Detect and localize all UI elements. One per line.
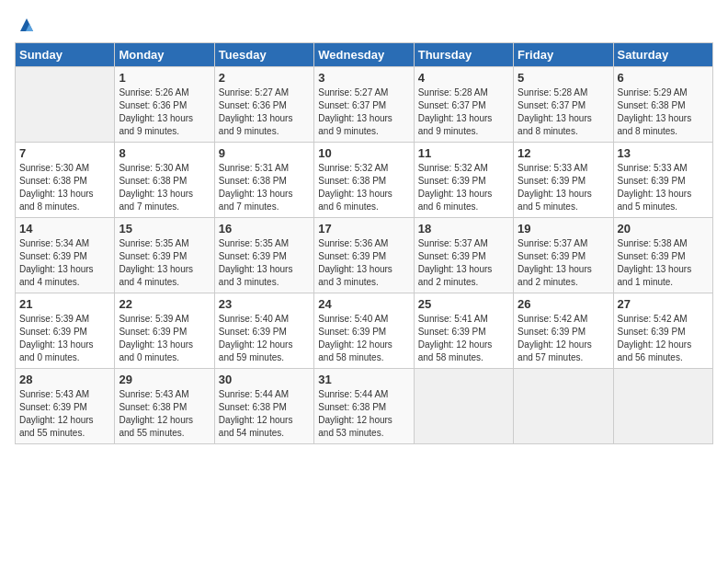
- day-number: 27: [618, 297, 709, 311]
- day-info: Sunrise: 5:37 AM Sunset: 6:39 PM Dayligh…: [518, 237, 609, 289]
- calendar-cell: 24Sunrise: 5:40 AM Sunset: 6:39 PM Dayli…: [314, 293, 414, 369]
- day-info: Sunrise: 5:42 AM Sunset: 6:39 PM Dayligh…: [618, 313, 709, 364]
- day-number: 17: [318, 222, 409, 236]
- calendar-cell: 8Sunrise: 5:30 AM Sunset: 6:38 PM Daylig…: [115, 143, 214, 218]
- day-number: 5: [518, 71, 609, 85]
- day-info: Sunrise: 5:42 AM Sunset: 6:39 PM Dayligh…: [518, 313, 609, 364]
- calendar-cell: 13Sunrise: 5:33 AM Sunset: 6:39 PM Dayli…: [613, 143, 712, 218]
- day-number: 7: [19, 146, 110, 160]
- calendar-cell: [514, 369, 613, 444]
- calendar-cell: 12Sunrise: 5:33 AM Sunset: 6:39 PM Dayli…: [514, 143, 613, 218]
- calendar-cell: 17Sunrise: 5:36 AM Sunset: 6:39 PM Dayli…: [314, 218, 414, 293]
- day-number: 9: [219, 146, 310, 160]
- weekday-header: Monday: [115, 43, 214, 67]
- day-info: Sunrise: 5:29 AM Sunset: 6:38 PM Dayligh…: [618, 86, 709, 138]
- calendar-cell: 25Sunrise: 5:41 AM Sunset: 6:39 PM Dayli…: [414, 293, 513, 369]
- day-number: 15: [119, 222, 210, 236]
- calendar-cell: [613, 369, 712, 444]
- day-number: 8: [119, 146, 210, 160]
- day-number: 18: [418, 222, 509, 236]
- day-number: 26: [518, 297, 609, 311]
- day-number: 3: [318, 71, 409, 85]
- calendar-cell: [414, 369, 513, 444]
- day-info: Sunrise: 5:39 AM Sunset: 6:39 PM Dayligh…: [119, 313, 210, 364]
- day-number: 23: [219, 297, 310, 311]
- calendar-cell: 1Sunrise: 5:26 AM Sunset: 6:36 PM Daylig…: [115, 67, 214, 143]
- calendar-cell: 4Sunrise: 5:28 AM Sunset: 6:37 PM Daylig…: [414, 67, 513, 143]
- day-info: Sunrise: 5:44 AM Sunset: 6:38 PM Dayligh…: [318, 388, 409, 440]
- day-number: 29: [119, 373, 210, 386]
- calendar-cell: 26Sunrise: 5:42 AM Sunset: 6:39 PM Dayli…: [514, 293, 613, 369]
- calendar-cell: 11Sunrise: 5:32 AM Sunset: 6:39 PM Dayli…: [414, 143, 513, 218]
- day-info: Sunrise: 5:26 AM Sunset: 6:36 PM Dayligh…: [119, 86, 210, 138]
- day-info: Sunrise: 5:40 AM Sunset: 6:39 PM Dayligh…: [318, 313, 409, 364]
- calendar-week-row: 1Sunrise: 5:26 AM Sunset: 6:36 PM Daylig…: [16, 67, 713, 143]
- day-info: Sunrise: 5:32 AM Sunset: 6:39 PM Dayligh…: [418, 162, 509, 213]
- day-info: Sunrise: 5:27 AM Sunset: 6:37 PM Dayligh…: [318, 86, 409, 138]
- day-number: 21: [19, 297, 110, 311]
- day-info: Sunrise: 5:41 AM Sunset: 6:39 PM Dayligh…: [418, 313, 509, 364]
- weekday-header: Friday: [514, 43, 613, 67]
- day-info: Sunrise: 5:38 AM Sunset: 6:39 PM Dayligh…: [618, 237, 709, 289]
- calendar-week-row: 7Sunrise: 5:30 AM Sunset: 6:38 PM Daylig…: [16, 143, 713, 218]
- weekday-header: Thursday: [414, 43, 513, 67]
- calendar-cell: 22Sunrise: 5:39 AM Sunset: 6:39 PM Dayli…: [115, 293, 214, 369]
- calendar-header: SundayMondayTuesdayWednesdayThursdayFrid…: [16, 43, 713, 67]
- day-info: Sunrise: 5:36 AM Sunset: 6:39 PM Dayligh…: [318, 237, 409, 289]
- calendar-cell: 3Sunrise: 5:27 AM Sunset: 6:37 PM Daylig…: [314, 67, 414, 143]
- day-info: Sunrise: 5:40 AM Sunset: 6:39 PM Dayligh…: [219, 313, 310, 364]
- calendar-cell: 14Sunrise: 5:34 AM Sunset: 6:39 PM Dayli…: [16, 218, 115, 293]
- day-info: Sunrise: 5:43 AM Sunset: 6:39 PM Dayligh…: [19, 388, 110, 440]
- day-number: 10: [318, 146, 409, 160]
- calendar-body: 1Sunrise: 5:26 AM Sunset: 6:36 PM Daylig…: [16, 67, 713, 444]
- day-info: Sunrise: 5:32 AM Sunset: 6:38 PM Dayligh…: [318, 162, 409, 213]
- calendar-cell: 21Sunrise: 5:39 AM Sunset: 6:39 PM Dayli…: [16, 293, 115, 369]
- day-number: 12: [518, 146, 609, 160]
- calendar-cell: 2Sunrise: 5:27 AM Sunset: 6:36 PM Daylig…: [214, 67, 313, 143]
- calendar-cell: 20Sunrise: 5:38 AM Sunset: 6:39 PM Dayli…: [613, 218, 712, 293]
- calendar-cell: 28Sunrise: 5:43 AM Sunset: 6:39 PM Dayli…: [16, 369, 115, 444]
- day-number: 2: [219, 71, 310, 85]
- day-number: 24: [318, 297, 409, 311]
- day-info: Sunrise: 5:43 AM Sunset: 6:38 PM Dayligh…: [119, 388, 210, 440]
- calendar-cell: 23Sunrise: 5:40 AM Sunset: 6:39 PM Dayli…: [214, 293, 313, 369]
- day-number: 1: [119, 71, 210, 85]
- day-info: Sunrise: 5:30 AM Sunset: 6:38 PM Dayligh…: [119, 162, 210, 213]
- day-info: Sunrise: 5:28 AM Sunset: 6:37 PM Dayligh…: [418, 86, 509, 138]
- day-info: Sunrise: 5:31 AM Sunset: 6:38 PM Dayligh…: [219, 162, 310, 213]
- day-number: 28: [19, 373, 110, 386]
- day-number: 22: [119, 297, 210, 311]
- calendar-cell: 7Sunrise: 5:30 AM Sunset: 6:38 PM Daylig…: [16, 143, 115, 218]
- day-number: 14: [19, 222, 110, 236]
- calendar-cell: 16Sunrise: 5:35 AM Sunset: 6:39 PM Dayli…: [214, 218, 313, 293]
- day-number: 13: [618, 146, 709, 160]
- day-info: Sunrise: 5:37 AM Sunset: 6:39 PM Dayligh…: [418, 237, 509, 289]
- day-number: 25: [418, 297, 509, 311]
- calendar-cell: 5Sunrise: 5:28 AM Sunset: 6:37 PM Daylig…: [514, 67, 613, 143]
- day-info: Sunrise: 5:35 AM Sunset: 6:39 PM Dayligh…: [119, 237, 210, 289]
- calendar-week-row: 14Sunrise: 5:34 AM Sunset: 6:39 PM Dayli…: [16, 218, 713, 293]
- calendar-cell: 19Sunrise: 5:37 AM Sunset: 6:39 PM Dayli…: [514, 218, 613, 293]
- day-info: Sunrise: 5:30 AM Sunset: 6:38 PM Dayligh…: [19, 162, 110, 213]
- weekday-header: Saturday: [613, 43, 712, 67]
- calendar-cell: 10Sunrise: 5:32 AM Sunset: 6:38 PM Dayli…: [314, 143, 414, 218]
- day-number: 20: [618, 222, 709, 236]
- page-header: [15, 15, 713, 35]
- calendar-cell: 31Sunrise: 5:44 AM Sunset: 6:38 PM Dayli…: [314, 369, 414, 444]
- calendar-week-row: 28Sunrise: 5:43 AM Sunset: 6:39 PM Dayli…: [16, 369, 713, 444]
- calendar-cell: 30Sunrise: 5:44 AM Sunset: 6:38 PM Dayli…: [214, 369, 313, 444]
- logo-icon: [17, 15, 37, 35]
- calendar-cell: 27Sunrise: 5:42 AM Sunset: 6:39 PM Dayli…: [613, 293, 712, 369]
- day-info: Sunrise: 5:28 AM Sunset: 6:37 PM Dayligh…: [518, 86, 609, 138]
- day-number: 19: [518, 222, 609, 236]
- calendar-cell: 15Sunrise: 5:35 AM Sunset: 6:39 PM Dayli…: [115, 218, 214, 293]
- weekday-header: Tuesday: [214, 43, 313, 67]
- calendar-table: SundayMondayTuesdayWednesdayThursdayFrid…: [15, 42, 713, 444]
- calendar-week-row: 21Sunrise: 5:39 AM Sunset: 6:39 PM Dayli…: [16, 293, 713, 369]
- calendar-cell: [16, 67, 115, 143]
- day-number: 4: [418, 71, 509, 85]
- calendar-cell: 6Sunrise: 5:29 AM Sunset: 6:38 PM Daylig…: [613, 67, 712, 143]
- calendar-cell: 29Sunrise: 5:43 AM Sunset: 6:38 PM Dayli…: [115, 369, 214, 444]
- calendar-cell: 18Sunrise: 5:37 AM Sunset: 6:39 PM Dayli…: [414, 218, 513, 293]
- day-number: 16: [219, 222, 310, 236]
